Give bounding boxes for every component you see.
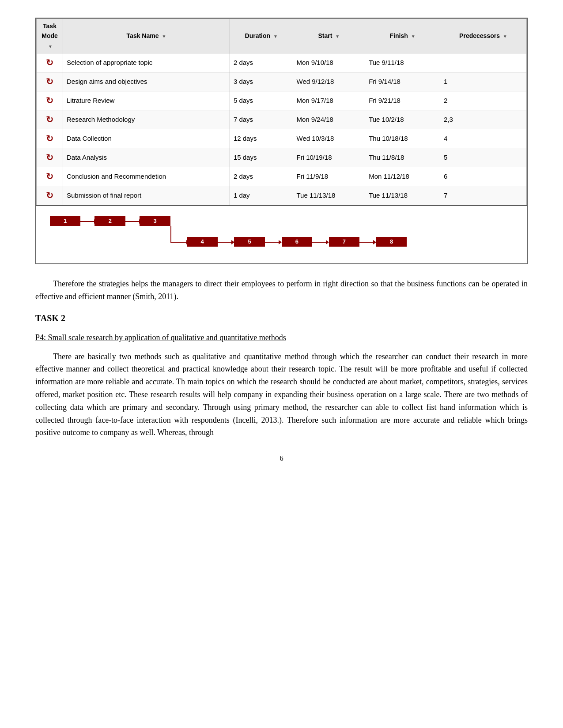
duration-cell: 2 days [230,167,293,186]
task-mode-icon: ↻ [46,188,53,203]
th-duration: Duration ▼ [230,19,293,53]
task-mode-cell: ↻ [37,53,63,72]
gantt-bar-7: 7 [329,237,360,247]
task-name-cell: Conclusion and Recommendetion [63,167,230,186]
table-header-row: TaskMode ▼ Task Name ▼ Duration ▼ Start … [37,19,527,53]
task-name-cell: Selection of appropriate topic [63,53,230,72]
predecessors-cell [440,53,526,72]
th-task-mode: TaskMode ▼ [37,19,63,53]
gantt-bar-3: 3 [140,216,170,226]
gantt-horizontal-connector [170,242,187,243]
start-cell: Mon 9/24/18 [293,110,365,129]
gantt-bar-8: 8 [376,237,407,247]
duration-cell: 3 days [230,72,293,91]
start-cell: Wed 10/3/18 [293,129,365,148]
gantt-connector-arrow [312,242,326,243]
table-row: ↻Research Methodology7 daysMon 9/24/18Tu… [37,110,527,129]
predecessors-cell: 6 [440,167,526,186]
gantt-connector-arrow [265,242,279,243]
gantt-connector-arrow [80,221,94,222]
duration-cell: 5 days [230,91,293,110]
start-cell: Fri 11/9/18 [293,167,365,186]
predecessors-cell: 2 [440,91,526,110]
gantt-bar-5: 5 [234,237,265,247]
duration-cell: 7 days [230,110,293,129]
paragraph-1: Therefore the strategies helps the manag… [35,278,528,303]
task-name-cell: Data Analysis [63,148,230,167]
gantt-bar-4: 4 [187,237,218,247]
finish-cell: Thu 10/18/18 [365,129,440,148]
gantt-bar-area: 12345678 [45,214,518,254]
gantt-connector-arrow [218,242,232,243]
gantt-vertical-connector [170,226,171,242]
start-cell: Wed 9/12/18 [293,72,365,91]
duration-cell: 15 days [230,148,293,167]
gantt-connector-arrow [125,221,140,222]
p4-subheading: P4: Small scale research by application … [35,331,528,344]
gantt-table-wrapper: TaskMode ▼ Task Name ▼ Duration ▼ Start … [35,18,528,206]
task-name-cell: Data Collection [63,129,230,148]
gantt-connector-arrow [359,242,374,243]
task-mode-icon: ↻ [46,75,53,89]
th-finish: Finish ▼ [365,19,440,53]
task2-heading: TASK 2 [35,311,528,325]
finish-cell: Fri 9/21/18 [365,91,440,110]
task-mode-cell: ↻ [37,148,63,167]
start-cell: Fri 10/19/18 [293,148,365,167]
finish-cell: Tue 9/11/18 [365,53,440,72]
table-row: ↻Selection of appropriate topic2 daysMon… [37,53,527,72]
page-number: 6 [35,452,528,464]
finish-cell: Fri 9/14/18 [365,72,440,91]
task-name-cell: Research Methodology [63,110,230,129]
th-predecessors: Predecessors ▼ [440,19,526,53]
task-mode-cell: ↻ [37,186,63,205]
predecessors-cell: 7 [440,186,526,205]
gantt-bar-2: 2 [94,216,125,226]
th-start: Start ▼ [293,19,365,53]
predecessors-cell: 1 [440,72,526,91]
task-mode-cell: ↻ [37,129,63,148]
finish-cell: Tue 11/13/18 [365,186,440,205]
predecessors-cell: 5 [440,148,526,167]
table-row: ↻Data Collection12 daysWed 10/3/18Thu 10… [37,129,527,148]
gantt-chart-wrapper: 12345678 [35,206,528,264]
task-mode-icon: ↻ [46,131,53,146]
gantt-bar-6: 6 [282,237,313,247]
start-cell: Mon 9/10/18 [293,53,365,72]
table-row: ↻Design aims and objectives3 daysWed 9/1… [37,72,527,91]
start-cell: Tue 11/13/18 [293,186,365,205]
task-mode-icon: ↻ [46,56,53,70]
task-mode-cell: ↻ [37,91,63,110]
gantt-table: TaskMode ▼ Task Name ▼ Duration ▼ Start … [36,19,527,205]
table-row: ↻Data Analysis15 daysFri 10/19/18Thu 11/… [37,148,527,167]
task-mode-cell: ↻ [37,110,63,129]
duration-cell: 12 days [230,129,293,148]
task-mode-icon: ↻ [46,169,53,184]
task-mode-icon: ↻ [46,113,53,127]
table-row: ↻Conclusion and Recommendetion2 daysFri … [37,167,527,186]
start-cell: Mon 9/17/18 [293,91,365,110]
table-row: ↻Submission of final report1 dayTue 11/1… [37,186,527,205]
duration-cell: 2 days [230,53,293,72]
task-mode-icon: ↻ [46,150,53,165]
paragraph-2: There are basically two methods such as … [35,350,528,439]
task-name-cell: Litrature Review [63,91,230,110]
task-name-cell: Submission of final report [63,186,230,205]
finish-cell: Tue 10/2/18 [365,110,440,129]
task-mode-cell: ↻ [37,167,63,186]
finish-cell: Thu 11/8/18 [365,148,440,167]
table-row: ↻Litrature Review5 daysMon 9/17/18Fri 9/… [37,91,527,110]
th-task-name: Task Name ▼ [63,19,230,53]
task-name-cell: Design aims and objectives [63,72,230,91]
finish-cell: Mon 11/12/18 [365,167,440,186]
task-mode-cell: ↻ [37,72,63,91]
duration-cell: 1 day [230,186,293,205]
gantt-bar-1: 1 [50,216,81,226]
predecessors-cell: 2,3 [440,110,526,129]
predecessors-cell: 4 [440,129,526,148]
task-mode-icon: ↻ [46,94,53,108]
